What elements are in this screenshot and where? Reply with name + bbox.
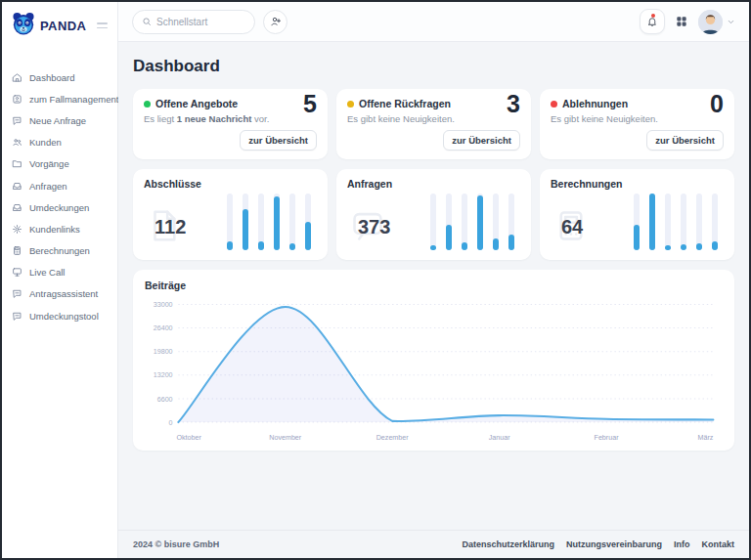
message-square-icon bbox=[12, 115, 22, 126]
sidebar-item-umdeckungstool[interactable]: Umdeckungstool bbox=[2, 305, 117, 326]
sidebar-item-berechnungen[interactable]: Berechnungen bbox=[2, 240, 117, 262]
y-axis-tick-label: 26400 bbox=[154, 323, 173, 332]
y-axis-tick-label: 6600 bbox=[157, 394, 173, 403]
footer-link-datenschutzerkl-rung[interactable]: Datenschutzerklärung bbox=[462, 539, 554, 549]
notification-dot bbox=[651, 14, 655, 18]
stat-card-header: Ablehnungen bbox=[551, 98, 724, 109]
status-dot bbox=[551, 101, 557, 108]
bar-track bbox=[430, 194, 436, 250]
mini-card-body: 112 bbox=[144, 190, 317, 250]
sidebar-item-label: Berechnungen bbox=[29, 245, 90, 256]
subtitle-text: Es gibt keine Neuigkeiten. bbox=[347, 113, 455, 124]
bar-track bbox=[493, 194, 499, 250]
mini-bar-chart bbox=[227, 194, 317, 250]
sidebar-item-dashboard[interactable]: Dashboard bbox=[2, 66, 117, 88]
stat-card-subtitle: Es gibt keine Neuigkeiten. bbox=[551, 113, 724, 124]
stat-card-offene-r-ckfragen: Offene Rückfragen3Es gibt keine Neuigkei… bbox=[336, 89, 531, 159]
chevron-down-icon bbox=[727, 13, 735, 30]
sidebar-collapse-icon[interactable] bbox=[95, 21, 110, 30]
bar-track bbox=[477, 194, 483, 250]
sidebar-item-kunden[interactable]: Kunden bbox=[2, 132, 117, 153]
stat-card-value: 3 bbox=[507, 90, 520, 118]
sidebar-item-neue-anfrage[interactable]: Neue Anfrage bbox=[2, 109, 117, 131]
bar-fill bbox=[274, 196, 280, 250]
mini-card-value: 64 bbox=[561, 216, 583, 238]
mini-chart-cards-row: Abschlüsse112Anfragen373Berechnungen64 bbox=[133, 169, 734, 260]
brand: PANDA bbox=[2, 11, 117, 40]
bar-fill bbox=[462, 242, 467, 250]
zur-uebersicht-button[interactable]: zur Übersicht bbox=[443, 130, 520, 151]
stat-card-value: 0 bbox=[710, 90, 724, 118]
notifications-button[interactable] bbox=[640, 9, 665, 34]
stat-card-title: Ablehnungen bbox=[562, 98, 628, 109]
sidebar-item-live-call[interactable]: Live Call bbox=[2, 262, 117, 283]
sidebar-item-label: Kundenlinks bbox=[29, 224, 80, 235]
mini-card-title: Berechnungen bbox=[551, 178, 724, 190]
sidebar-item-antragsassistent[interactable]: Antragsassistent bbox=[2, 283, 117, 305]
bar-fill bbox=[634, 225, 640, 250]
search-input[interactable] bbox=[156, 17, 245, 27]
zur-uebersicht-button[interactable]: zur Übersicht bbox=[240, 130, 317, 151]
mini-card-abschl-sse: Abschlüsse112 bbox=[133, 169, 328, 260]
y-axis-tick-label: 19800 bbox=[154, 347, 173, 356]
bar-fill bbox=[446, 225, 452, 250]
user-menu-button[interactable] bbox=[698, 10, 735, 34]
page-title: Dashboard bbox=[133, 57, 734, 76]
bar-track bbox=[649, 194, 655, 250]
sidebar-item-vorg-nge[interactable]: Vorgänge bbox=[2, 153, 117, 175]
stat-card-subtitle: Es liegt 1 neue Nachricht vor. bbox=[144, 113, 317, 124]
bar-fill bbox=[258, 241, 264, 250]
line-chart-area-fill bbox=[178, 307, 713, 422]
stat-card-title: Offene Angebote bbox=[155, 98, 238, 109]
bar-fill bbox=[712, 241, 718, 250]
x-axis-tick-label: Dezember bbox=[376, 432, 409, 441]
page-content: Dashboard Offene Angebote5Es liegt 1 neu… bbox=[118, 42, 749, 530]
bar-track bbox=[227, 194, 233, 250]
mini-card-anfragen: Anfragen373 bbox=[336, 169, 531, 260]
search-icon bbox=[142, 17, 152, 26]
bar-fill bbox=[508, 235, 514, 250]
bar-track bbox=[508, 194, 514, 250]
message-square-icon bbox=[12, 288, 22, 299]
mini-card-value: 112 bbox=[155, 216, 186, 238]
stat-card-actions: zur Übersicht bbox=[144, 130, 317, 151]
mini-card-body: 373 bbox=[347, 190, 520, 250]
mini-bar-chart bbox=[634, 194, 724, 250]
bar-track bbox=[274, 194, 280, 250]
folder-icon bbox=[12, 158, 22, 169]
user-square-icon bbox=[12, 94, 22, 105]
add-user-button[interactable] bbox=[263, 10, 287, 34]
apps-menu-button[interactable] bbox=[675, 15, 688, 28]
main-area: Dashboard Offene Angebote5Es liegt 1 neu… bbox=[118, 2, 749, 558]
stat-card-actions: zur Übersicht bbox=[551, 130, 724, 151]
footer-link-nutzungsvereinbarung[interactable]: Nutzungsvereinbarung bbox=[566, 539, 662, 549]
stat-card-header: Offene Rückfragen bbox=[347, 98, 520, 109]
y-axis-tick-label: 0 bbox=[169, 417, 173, 426]
bar-fill bbox=[243, 209, 248, 250]
sidebar-item-label: Vorgänge bbox=[29, 158, 69, 169]
stat-card-ablehnungen: Ablehnungen0Es gibt keine Neuigkeiten.zu… bbox=[540, 89, 734, 159]
sidebar-nav: Dashboardzum FallmanagementNeue AnfrageK… bbox=[2, 66, 117, 326]
mini-card-berechnungen: Berechnungen64 bbox=[540, 169, 734, 260]
quick-search bbox=[132, 10, 255, 34]
stat-card-header: Offene Angebote bbox=[144, 98, 317, 109]
users-icon bbox=[12, 137, 22, 148]
sidebar-item-kundenlinks[interactable]: Kundenlinks bbox=[2, 218, 117, 239]
sidebar-item-anfragen[interactable]: Anfragen bbox=[2, 175, 117, 196]
zur-uebersicht-button[interactable]: zur Übersicht bbox=[646, 130, 724, 151]
footer-link-kontakt[interactable]: Kontakt bbox=[702, 539, 735, 549]
topbar bbox=[118, 2, 749, 42]
bar-track bbox=[665, 194, 671, 250]
message-square-icon bbox=[12, 311, 22, 322]
mini-card-title: Abschlüsse bbox=[144, 178, 317, 190]
footer-link-info[interactable]: Info bbox=[674, 539, 690, 549]
grid-icon bbox=[675, 15, 688, 28]
mini-card-value-wrap: 373 bbox=[347, 203, 408, 250]
sidebar-item-umdeckungen[interactable]: Umdeckungen bbox=[2, 196, 117, 218]
bar-track bbox=[696, 194, 702, 250]
sidebar-item-zum-fallmanagement[interactable]: zum Fallmanagement bbox=[2, 88, 117, 109]
app-window: PANDA Dashboardzum FallmanagementNeue An… bbox=[0, 0, 751, 560]
contributions-chart-card: Beiträge 0660013200198002640033000Oktobe… bbox=[133, 270, 734, 451]
bar-fill bbox=[665, 245, 671, 250]
bar-track bbox=[289, 194, 295, 250]
